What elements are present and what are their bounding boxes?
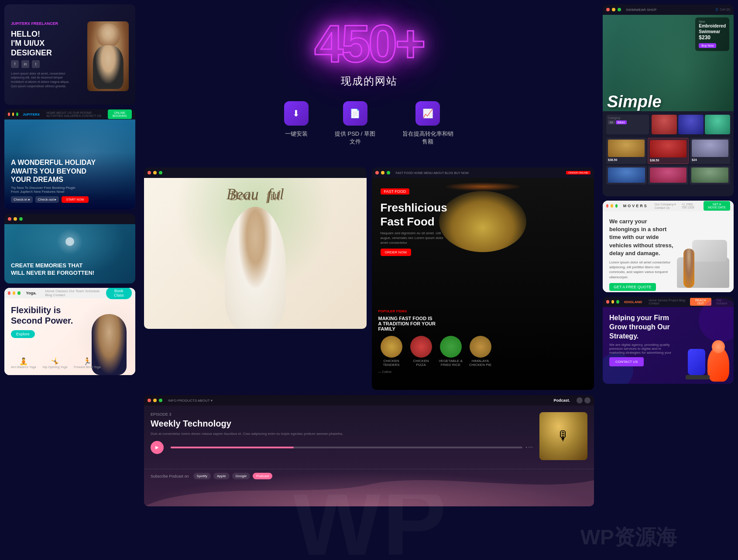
podcast-wrapper: INFO PRODUCTS ABOUT ▾ Podcast. EPISODE 3… [144,395,594,506]
digital-logo: XDIGLAND [624,300,642,304]
card-fastfood[interactable]: FAST FOOD HOME MENU ABOUT BLOG BUY NOW O… [372,167,594,390]
freelancer-logo: JUPITERX FREELANCER [11,21,58,26]
psd-label: 提供 PSD / 草图文件 [335,130,375,146]
card-swimwear[interactable]: SWIMWEAR SHOP 👤 Cart (0) New Embroidered… [603,4,734,196]
card-movers[interactable]: MOVERS Our Company ▾ Contact Us +1 (785)… [603,201,734,292]
card-holiday[interactable]: JUPITERX HOME ABOUT US OUR ROOMS ACTIVIT… [4,109,135,209]
swimwear-brand: SWIMWEAR SHOP [626,8,657,12]
movers-date-btn[interactable]: SET A MOVE DATE [704,201,730,211]
freelancer-bio: Lorem ipsum dolor sit amet, consectetur … [11,72,72,89]
center-column: 450+ 现成的网站 ⬇ 一键安装 📄 提供 PSD / 草图文件 [140,0,598,560]
conversion-label: 旨在提高转化率和销售额 [402,130,454,146]
fastfood-badge: FAST FOOD [381,188,410,195]
movers-get-quote-btn[interactable]: GET A FREE QUOTE [609,283,656,291]
podcast-desc: Duis at consectetur lorem donec massa sa… [151,431,533,436]
podcast-brand: Podcast. [553,398,570,403]
play-button[interactable]: ▶ [151,441,164,454]
podcast-sub-btn[interactable]: Podcast [253,473,272,479]
podcast-title: Weekly Technology [151,418,533,429]
main-container: HOME ABOUT US OUR WORK ACTIVITIES GALLER… [0,0,738,560]
subscribe-bar: Subscribe Podcast on Spotify Apple Googl… [144,469,594,483]
yoga-nav: Home Classes Our Team Schedule Blog Cont… [45,289,103,297]
duration: • ◦◦◦◦ [526,445,533,449]
movers-logo: MOVERS [623,204,648,208]
yoga-cta-btn[interactable]: Book Class [106,288,132,299]
fastfood-title: FreshliciousFast Food [381,201,586,228]
digital-nav: Home Service Project Blog Contact [649,299,687,305]
right-column: SWIMWEAR SHOP 👤 Cart (0) New Embroidered… [598,0,738,560]
podcast-episode: EPISODE 3 [151,412,533,417]
holiday-sub: Try Now To Discover Free Booking PluginF… [11,186,129,194]
holiday-nav: HOME ABOUT US OUR ROOMS ACTIVITIES GALLE… [46,111,105,117]
checkout-label: Check-out ▸ [35,196,59,203]
holiday-brand: JUPITERX [23,113,40,116]
yoga-title: Flexibility isSecond Power. [11,305,129,326]
swimwear-product: New EmbroideredSwimwear $230 Buy Now [695,17,729,51]
card-podcast[interactable]: INFO PRODUCTS ABOUT ▾ Podcast. EPISODE 3… [144,395,594,506]
hero-subtitle: 现成的网站 [284,74,454,88]
card-travel[interactable]: CREATE MEMORIES THATWILL NEVER BE FORGOT… [4,214,135,283]
feature-psd: 📄 提供 PSD / 草图文件 [335,101,375,146]
features-row: ⬇ 一键安装 📄 提供 PSD / 草图文件 📈 旨在提高转化率和销售额 [284,101,454,146]
digital-contact-btn[interactable]: CONTACT US [609,357,644,366]
progress-bar[interactable] [171,447,522,448]
apple-btn[interactable]: Apple [213,473,229,479]
freelancer-title: HELLO!I'M UI/UXDESIGNER [11,30,72,58]
card-freelancer[interactable]: HOME ABOUT US OUR WORK ACTIVITIES GALLER… [4,4,135,105]
movers-phone: +1 (785) 756 1316 [681,203,698,209]
popular-label: POPULER ITEMS [378,309,407,313]
feature-install: ⬇ 一键安装 [284,101,309,146]
card-beautiful[interactable]: Beautiful Beautiful [144,167,367,329]
left-column: HOME ABOUT US OUR WORK ACTIVITIES GALLER… [0,0,140,560]
feature-conversion: 📈 旨在提高转化率和销售额 [402,101,454,146]
order-now-btn[interactable]: ORDER NOW [381,249,412,256]
digital-title: Helping your FirmGrow through OurStrateg… [609,314,673,341]
psd-icon: 📄 [343,101,367,126]
social-icons: f in t [11,60,72,68]
podcast-nav: INFO PRODUCTS ABOUT ▾ [168,399,213,403]
fastfood-author: — Catline [378,370,588,373]
making-fastfood: MAKING FAST FOOD ISA TRADITION FOR YOURF… [378,316,588,331]
beautiful-title-overlay: Beautiful [151,185,360,203]
fastfood-desc: Naquam sed dignissim eu sit amet. Udi au… [381,231,450,246]
card-yoga[interactable]: Yoga. Home Classes Our Team Schedule Blo… [4,288,135,375]
movers-desc: Lorem ipsum dolor sit amet consectetur a… [609,260,675,280]
buy-now-btn[interactable]: Buy Now [699,43,716,48]
yoga-explore-btn[interactable]: Explore [11,330,35,338]
holiday-title: A WONDERFUL HOLIDAYAWAITS YOU BEYONDYOUR… [11,158,129,184]
checkin-label: Check-in ▸ [11,196,33,203]
travel-title: CREATE MEMORIES THATWILL NEVER BE FORGOT… [11,262,129,277]
fastfood-order-btn[interactable]: ORDER ONLINE [566,171,590,174]
install-label: 一键安装 [285,130,308,138]
card-digital[interactable]: XDIGLAND Home Service Project Blog Conta… [603,297,734,384]
conversion-icon: 📈 [415,101,440,126]
subscribe-text: Subscribe Podcast on [151,474,189,478]
spotify-btn[interactable]: Spotify [193,473,211,479]
hero-section: 450+ 现成的网站 ⬇ 一键安装 📄 提供 PSD / 草图文件 [284,9,454,159]
food-items-row: CHICKENTENDERS CHICKENPIZZA VEGETABLE &F… [378,336,588,367]
fastfood-nav: FAST FOOD HOME MENU ABOUT BLOG BUY NOW [396,171,469,174]
freelancer-avatar [87,21,129,91]
online-booking-btn[interactable]: ONLINE BOOKING [108,109,132,119]
start-now-btn[interactable]: START NOW [62,196,88,203]
yoga-features: 🧘 Arm Balance Yoga 🤸 Hip Opening Yoga 🏃 … [11,357,101,369]
center-cards-row: Beautiful Beautiful FAST FOOD HOME MENU … [144,167,594,390]
install-icon: ⬇ [284,101,309,126]
google-btn[interactable]: Google [232,473,251,479]
digital-desc: We are digital agency, providing quality… [609,343,673,355]
simple-text: Simple [607,92,662,111]
swimwear-catalog: Category All Bikini [603,111,734,196]
movers-nav: Our Company ▾ Contact Us [655,203,680,209]
digital-illustration [673,307,734,384]
yoga-logo: Yoga. [26,291,37,295]
movers-tagline: We carry your belongings in a short time… [609,218,675,257]
podcast-cover: 🎙 [539,412,587,460]
hero-number: 450+ [284,17,454,70]
swimwear-nav: 👤 Cart (0) [715,8,730,11]
